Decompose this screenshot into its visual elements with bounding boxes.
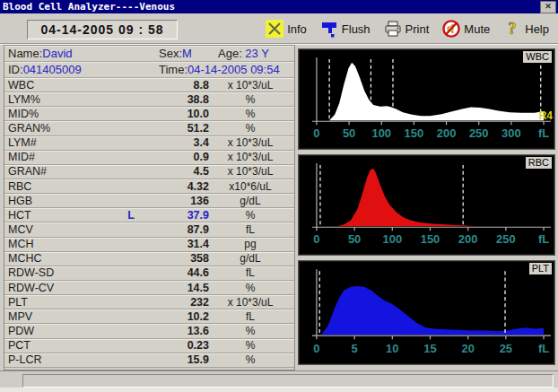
param-value: 10.2	[139, 310, 209, 323]
param-label: HCT	[8, 209, 123, 222]
flush-button[interactable]: Flush	[320, 20, 371, 38]
table-row: MCV 87.9 fL	[4, 222, 294, 237]
wbc-plot: 050100150200250300fL	[299, 49, 554, 149]
name-value: David	[42, 47, 72, 60]
svg-text:fL: fL	[538, 232, 549, 246]
param-value: 10.0	[139, 108, 209, 120]
param-unit: g/dL	[209, 195, 292, 207]
param-label: MCHC	[8, 252, 123, 265]
param-unit: x 10*3/uL	[209, 151, 292, 163]
id-field: ID:041405009	[8, 62, 82, 77]
param-value: 31.4	[139, 238, 209, 250]
param-label: RBC	[8, 180, 123, 193]
param-label: P-LCR	[8, 353, 123, 366]
param-label: GRAN%	[8, 122, 123, 135]
param-unit: %	[209, 282, 292, 294]
help-icon: ?	[503, 20, 521, 38]
param-label: MCV	[8, 223, 123, 236]
param-value: 13.6	[139, 325, 209, 337]
param-value: 0.9	[139, 151, 209, 163]
param-unit: x 10*3/uL	[209, 136, 292, 149]
svg-text:0: 0	[313, 341, 319, 354]
table-row: MCHC 358 g/dL	[4, 252, 294, 266]
rbc-plot: 050100150200250fL	[299, 155, 554, 255]
flush-icon	[320, 20, 338, 38]
mute-icon	[442, 20, 460, 38]
table-row: MID% 10.0 %	[4, 107, 294, 121]
param-label: RDW-SD	[8, 266, 123, 279]
param-label: PLT	[8, 296, 123, 309]
param-value: 37.9	[139, 209, 209, 222]
param-unit: x10*6/uL	[209, 180, 292, 193]
param-label: HGB	[8, 195, 123, 207]
svg-text:300: 300	[501, 126, 521, 140]
help-label: Help	[525, 22, 549, 36]
svg-text:100: 100	[371, 126, 391, 140]
svg-text:200: 200	[437, 126, 457, 140]
table-row: PLT 232 x 10*3/uL	[4, 295, 294, 309]
table-row: MCH 31.4 pg	[4, 238, 294, 252]
param-value: 4.32	[139, 180, 209, 193]
param-unit: fL	[209, 223, 292, 236]
plt-plot: 0510152025fL	[299, 261, 554, 364]
svg-text:250: 250	[469, 126, 489, 140]
svg-text:10: 10	[386, 341, 398, 354]
table-row: HCT L 37.9 %	[4, 208, 294, 222]
param-label: MCH	[8, 238, 123, 250]
info-icon	[266, 20, 283, 38]
param-unit: fL	[209, 266, 292, 279]
param-value: 232	[139, 296, 209, 309]
param-value: 44.6	[139, 266, 209, 279]
param-unit: %	[209, 93, 292, 106]
wbc-region-label: R4	[539, 109, 553, 122]
info-button[interactable]: Info	[266, 20, 307, 38]
window-titlebar: Blood Cell Analyzer----Venous ✕	[0, 0, 558, 13]
rbc-chart-label: RBC	[525, 156, 553, 170]
print-button[interactable]: Print	[384, 20, 430, 38]
info-label: Info	[287, 22, 307, 36]
svg-text:100: 100	[382, 232, 402, 246]
param-unit: pg	[209, 238, 292, 250]
param-label: PDW	[8, 325, 123, 337]
datetime-display: 04-14-2005 09 : 58	[27, 20, 178, 39]
print-icon	[384, 20, 402, 38]
mute-button[interactable]: Mute	[442, 20, 490, 38]
print-label: Print	[405, 22, 430, 36]
param-label: PCT	[8, 339, 123, 352]
param-value: 87.9	[139, 223, 209, 236]
plt-chart-label: PLT	[528, 262, 553, 275]
svg-text:fL: fL	[538, 126, 549, 140]
table-row: HGB 136 g/dL	[4, 194, 294, 208]
svg-text:50: 50	[343, 126, 355, 140]
param-label: LYM%	[8, 93, 123, 106]
table-row: RBC 4.32 x10*6/uL	[4, 179, 294, 194]
close-icon[interactable]: ✕	[540, 1, 556, 13]
flag-value: L	[123, 209, 139, 222]
param-value: 14.5	[139, 282, 209, 294]
svg-text:250: 250	[496, 232, 516, 246]
param-unit: %	[209, 339, 292, 352]
toolbar-buttons: Info Flush Print	[266, 17, 549, 40]
table-row: GRAN% 51.2 %	[4, 121, 294, 135]
mute-label: Mute	[464, 22, 490, 36]
param-value: 4.5	[139, 165, 209, 178]
param-label: MID#	[8, 151, 123, 163]
table-row: RDW-CV 14.5 %	[4, 281, 294, 295]
window-bottom-edge	[0, 388, 558, 392]
patient-info-row-2: ID:041405009 Time:04-14-2005 09:54	[4, 62, 294, 78]
results-table: WBC 8.8 x 10*3/uL LYM% 38.8 % MID% 10.0 …	[4, 78, 294, 370]
param-value: 15.9	[139, 353, 209, 366]
name-field: Name:David	[8, 46, 73, 61]
table-row: PDW 13.6 %	[4, 324, 294, 338]
param-label: MPV	[8, 310, 123, 323]
param-label: WBC	[8, 79, 123, 91]
param-unit: %	[209, 353, 292, 366]
age-field: Age: 23 Y	[218, 46, 269, 61]
help-button[interactable]: ? Help	[503, 20, 549, 38]
param-value: 136	[139, 195, 209, 207]
svg-text:20: 20	[461, 341, 474, 354]
window-title: Blood Cell Analyzer----Venous	[3, 1, 175, 13]
param-value: 51.2	[139, 122, 209, 135]
param-unit: fL	[209, 310, 292, 323]
sex-field: Sex:M	[159, 46, 192, 61]
